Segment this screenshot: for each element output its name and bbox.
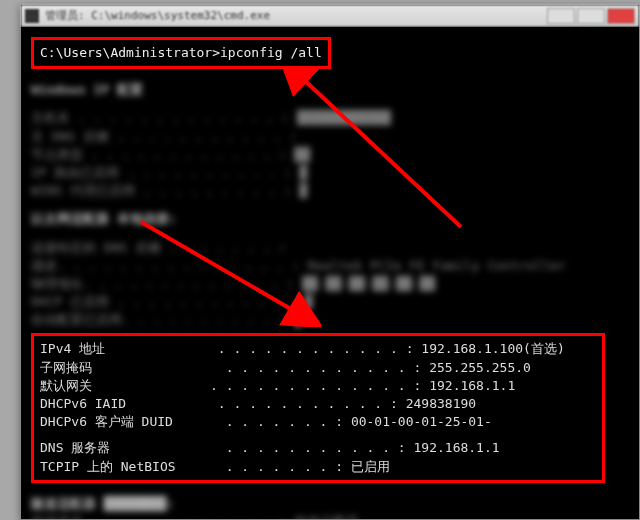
blurred-header-2: 以太网适配器 本地连接: (31, 210, 629, 228)
blurred-line: 自动配置已启用. . . . . . . . . . : █ (31, 311, 629, 329)
blurred-footer: 隧道适配器 ████████: 媒体状态 . . . . . . . . . .… (31, 495, 629, 520)
netbios-row: TCPIP 上的 NetBIOS . . . . . . . : 已启用 (40, 458, 596, 476)
gateway-label: 默认网关 (40, 377, 210, 395)
blurred-line: IP 路由已启用 . . . . . . . . . . : █ (31, 164, 629, 182)
dns-row: DNS 服务器 . . . . . . . . . . . : 192.168.… (40, 439, 596, 457)
blurred-line: 物理地址. . . . . . . . . . . . . : ██-██-██… (31, 275, 629, 293)
command-highlight-box: C:\Users\Administrator>ipconfig /all (31, 37, 331, 69)
command-text: ipconfig /all (220, 45, 322, 60)
subnet-value: 255.255.255.0 (429, 359, 531, 377)
dns-label: DNS 服务器 (40, 439, 210, 457)
duid-row: DHCPv6 客户端 DUID . . . . . . . : 00-01-00… (40, 413, 596, 431)
iaid-value: 249838190 (406, 395, 476, 413)
minimize-button[interactable] (547, 8, 575, 24)
cmd-icon (25, 9, 39, 23)
subnet-label: 子网掩码 (40, 359, 210, 377)
window-title: 管理员: C:\windows\system32\cmd.exe (45, 8, 270, 23)
duid-label: DHCPv6 客户端 DUID (40, 413, 210, 431)
window-controls (547, 8, 635, 24)
blurred-line: 节点类型 . . . . . . . . . . . . : ██ (31, 146, 629, 164)
blurred-line: 描述. . . . . . . . . . . . . . . : Realte… (31, 257, 629, 275)
ipv4-row: IPv4 地址 . . . . . . . . . . . . : 192.16… (40, 340, 596, 358)
gateway-row: 默认网关. . . . . . . . . . . . . : 192.168.… (40, 377, 596, 395)
ipv4-label: IPv4 地址 (40, 340, 210, 358)
close-button[interactable] (607, 8, 635, 24)
subnet-row: 子网掩码 . . . . . . . . . . . . : 255.255.2… (40, 359, 596, 377)
netbios-value: 已启用 (351, 458, 390, 476)
duid-value: 00-01-00-01-25-01- (351, 413, 492, 431)
ipv4-value: 192.168.1.100(首选) (421, 340, 564, 358)
blurred-line: WINS 代理已启用 . . . . . . . . . : █ (31, 182, 629, 200)
blurred-line: 主 DNS 后缀 . . . . . . . . . . . : (31, 128, 629, 146)
blurred-section-1: Windows IP 配置 主机名 . . . . . . . . . . . … (31, 81, 629, 200)
blurred-section-2: 以太网适配器 本地连接: 连接特定的 DNS 后缀 . . . . . . . … (31, 210, 629, 329)
blurred-header-1: Windows IP 配置 (31, 81, 629, 99)
blurred-line: DHCP 已启用 . . . . . . . . . . . : █ (31, 293, 629, 311)
network-details-highlight-box: IPv4 地址 . . . . . . . . . . . . : 192.16… (31, 333, 605, 482)
prompt: C:\Users\Administrator> (40, 45, 220, 60)
titlebar[interactable]: 管理员: C:\windows\system32\cmd.exe (21, 5, 639, 27)
blurred-line: 主机名 . . . . . . . . . . . . . : ████████… (31, 109, 629, 127)
terminal-output[interactable]: C:\Users\Administrator>ipconfig /all Win… (21, 27, 639, 519)
blurred-line: 连接特定的 DNS 后缀 . . . . . . . : (31, 239, 629, 257)
iaid-row: DHCPv6 IAID . . . . . . . . . . . : 2498… (40, 395, 596, 413)
blurred-footer-line: 隧道适配器 ████████: (31, 495, 629, 513)
dns-value: 192.168.1.1 (414, 439, 500, 457)
iaid-label: DHCPv6 IAID (40, 395, 210, 413)
maximize-button[interactable] (577, 8, 605, 24)
cmd-window: 管理员: C:\windows\system32\cmd.exe C:\User… (20, 4, 640, 520)
blurred-footer-line: 媒体状态 . . . . . . . . . . . . : 媒体已断开 (31, 513, 629, 520)
netbios-label: TCPIP 上的 NetBIOS (40, 458, 210, 476)
gateway-value: 192.168.1.1 (429, 377, 515, 395)
